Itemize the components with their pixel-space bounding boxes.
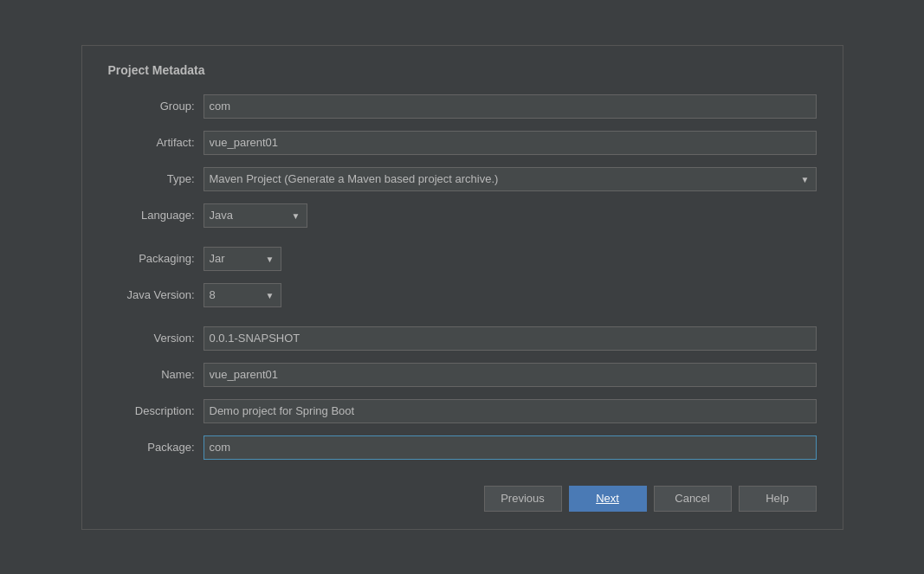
version-row: Version: <box>108 326 817 351</box>
type-select-container: Maven Project (Generate a Maven based pr… <box>204 167 817 191</box>
artifact-row: Artifact: <box>108 131 817 155</box>
artifact-input[interactable] <box>204 131 817 155</box>
version-label: Version: <box>108 332 204 345</box>
java-version-label: Java Version: <box>108 288 204 301</box>
java-version-select[interactable]: 8 11 17 <box>204 283 281 307</box>
group-label: Group: <box>108 100 204 113</box>
description-row: Description: <box>108 399 817 423</box>
project-metadata-dialog: Project Metadata Group: Artifact: Type: … <box>81 45 843 530</box>
package-label: Package: <box>108 441 204 454</box>
java-version-row: Java Version: 8 11 17 ▼ <box>108 283 817 307</box>
version-input[interactable] <box>204 326 817 351</box>
description-input[interactable] <box>204 399 817 423</box>
package-row: Package: <box>108 435 817 460</box>
language-row: Language: Java Kotlin Groovy ▼ <box>108 203 817 228</box>
packaging-select[interactable]: Jar War <box>204 247 281 271</box>
cancel-button[interactable]: Cancel <box>654 486 732 512</box>
previous-button[interactable]: Previous <box>484 486 562 512</box>
packaging-row: Packaging: Jar War ▼ <box>108 247 817 271</box>
packaging-label: Packaging: <box>108 252 204 265</box>
packaging-select-container: Jar War ▼ <box>204 247 281 271</box>
language-select[interactable]: Java Kotlin Groovy <box>204 203 307 228</box>
next-button[interactable]: Next <box>569 486 647 512</box>
next-label: Next <box>596 492 619 505</box>
java-version-select-container: 8 11 17 ▼ <box>204 283 281 307</box>
description-label: Description: <box>108 404 204 417</box>
type-label: Type: <box>108 172 204 185</box>
help-button[interactable]: Help <box>739 486 817 512</box>
help-label: Help <box>766 492 789 505</box>
artifact-label: Artifact: <box>108 136 204 149</box>
group-input[interactable] <box>204 94 817 119</box>
dialog-title: Project Metadata <box>108 63 817 77</box>
button-row: Previous Next Cancel Help <box>108 486 817 512</box>
language-label: Language: <box>108 209 204 222</box>
type-select[interactable]: Maven Project (Generate a Maven based pr… <box>204 167 817 191</box>
cancel-label: Cancel <box>675 492 709 505</box>
name-input[interactable] <box>204 363 817 387</box>
previous-label: Previous <box>501 492 545 505</box>
type-row: Type: Maven Project (Generate a Maven ba… <box>108 167 817 191</box>
language-select-container: Java Kotlin Groovy ▼ <box>204 203 307 228</box>
name-label: Name: <box>108 368 204 381</box>
package-input[interactable] <box>204 435 817 460</box>
group-row: Group: <box>108 94 817 119</box>
name-row: Name: <box>108 363 817 387</box>
